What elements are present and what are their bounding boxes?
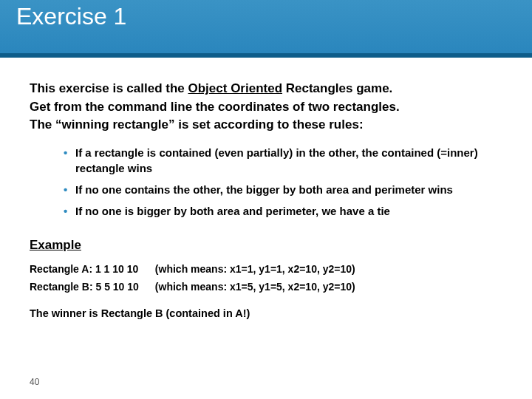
rule-text: If no one contains the other, the bigger… <box>75 183 453 196</box>
example-label: Rectangle A: 1 1 10 10 <box>30 260 146 278</box>
content-area: This exercise is called the Object Orien… <box>0 58 532 319</box>
slide-title: Exercise 1 <box>0 0 126 30</box>
title-band: Exercise 1 <box>0 0 532 53</box>
table-row: Rectangle A: 1 1 10 10 (which means: x1=… <box>30 260 363 278</box>
table-row: Rectangle B: 5 5 10 10 (which means: x1=… <box>30 278 363 296</box>
intro-line-2: Get from the command line the coordinate… <box>30 98 502 117</box>
intro-line-3: The “winning rectangle” is set according… <box>30 116 502 134</box>
list-item: If no one is bigger by both area and per… <box>64 203 502 219</box>
rules-list: If a rectangle is contained (even partia… <box>64 145 502 219</box>
rule-text: If a rectangle is contained (even partia… <box>75 146 478 174</box>
example-table: Rectangle A: 1 1 10 10 (which means: x1=… <box>30 260 363 296</box>
intro-line1-underlined: Object Oriented <box>188 81 283 95</box>
example-meaning: (which means: x1=5, y1=5, x2=10, y2=10) <box>146 278 363 296</box>
example-heading: Example <box>30 238 502 253</box>
list-item: If a rectangle is contained (even partia… <box>64 145 502 176</box>
example-meaning: (which means: x1=1, y1=1, x2=10, y2=10) <box>146 260 363 278</box>
winner-text: The winner is Rectangle B (contained in … <box>30 307 502 319</box>
list-item: If no one contains the other, the bigger… <box>64 182 502 197</box>
example-label: Rectangle B: 5 5 10 10 <box>30 278 146 296</box>
slide: Exercise 1 This exercise is called the O… <box>0 0 532 399</box>
rule-text: If no one is bigger by both area and per… <box>75 205 390 217</box>
page-number: 40 <box>30 377 39 387</box>
intro-line1-pre: This exercise is called the <box>30 81 188 95</box>
intro-line1-post: Rectangles game. <box>282 81 392 95</box>
intro-line-1: This exercise is called the Object Orien… <box>30 80 502 98</box>
intro-text: This exercise is called the Object Orien… <box>30 80 502 134</box>
